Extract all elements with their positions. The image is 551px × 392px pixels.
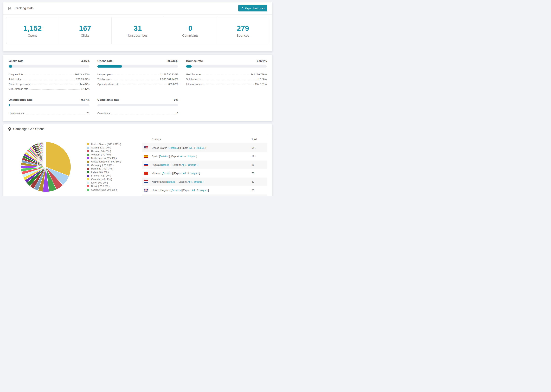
progress-bar	[97, 65, 178, 68]
details-link[interactable]: Details ›	[162, 172, 172, 175]
legend-swatch	[87, 143, 89, 145]
metric-value: 19 / 6.81%	[255, 83, 267, 85]
rate-metric: Opens to clicks rate689.82%	[97, 81, 178, 85]
metric-value: 167 / 4.456%	[75, 73, 90, 76]
rate-block-unsubscribe-rate: Unsubscribe rate0.77%Unsubscribes31	[9, 98, 90, 115]
export-button-label: Export basic stats	[245, 7, 265, 10]
total-value: 86	[252, 163, 267, 166]
export-all-link[interactable]: All ›	[189, 147, 194, 149]
export-unique-link[interactable]: Unique ›	[188, 163, 198, 166]
dotted-leader	[25, 114, 85, 114]
column-header-country: Country	[152, 138, 252, 141]
export-prefix-label: Export:	[173, 163, 182, 166]
export-prefix-label: Export:	[179, 180, 188, 183]
tracking-stats-header: Tracking stats Export basic stats	[3, 2, 272, 14]
stat-label: Opens	[6, 34, 59, 37]
stat-value: 279	[217, 24, 269, 33]
details-link[interactable]: Details ›	[167, 180, 177, 183]
rate-metric: Unique clicks167 / 4.456%	[9, 71, 90, 76]
export-all-link[interactable]: All ›	[183, 172, 187, 175]
rate-metric: Soft bounces18 / 0%	[186, 76, 267, 81]
legend-swatch	[87, 185, 89, 187]
legend-label: South Africa ( 29 / 2% )	[91, 188, 117, 191]
legend-label: United Kingdom ( 59 / 3% )	[91, 160, 121, 163]
dotted-leader	[25, 75, 73, 75]
stat-label: Unsubscribes	[112, 34, 164, 37]
export-unique-link[interactable]: Unique ›	[196, 147, 205, 149]
legend-swatch	[87, 157, 89, 159]
progress-fill	[97, 65, 122, 68]
legend-label: Italy ( 36 / 2% )	[91, 181, 108, 184]
geo-legend: United States ( 541 / 31% )Spain ( 121 /…	[87, 142, 134, 192]
rate-value: 6.927%	[257, 59, 267, 63]
country-name: United Kingdom	[152, 189, 170, 192]
progress-bar	[97, 104, 178, 106]
rate-block-bounce-rate: Bounce rate6.927%Hard bounces242 / 86.73…	[186, 59, 267, 90]
table-row-netherlands: Netherlands [Details ›] [Export: All › /…	[142, 177, 267, 186]
export-prefix-label: Export:	[171, 155, 180, 158]
rate-title: Clicks rate	[9, 59, 23, 63]
export-unique-link[interactable]: Unique ›	[194, 180, 204, 183]
metric-label: Total clicks	[9, 78, 21, 81]
stat-label: Clicks	[59, 34, 111, 37]
tracking-stats-title-text: Tracking stats	[14, 7, 34, 10]
progress-bar	[9, 104, 90, 106]
legend-item-brazil: Brazil ( 33 / 2% )	[87, 185, 134, 188]
legend-swatch	[87, 164, 89, 166]
export-all-link[interactable]: All ›	[192, 189, 196, 192]
export-prefix-label: Export:	[174, 172, 183, 175]
legend-item-vietnam: Vietnam ( 79 / 5% )	[87, 153, 134, 156]
metric-label: Internal bounces	[186, 83, 204, 85]
details-link[interactable]: Details ›	[169, 147, 178, 149]
country-name: Vietnam	[152, 172, 161, 175]
geo-table-rows: United States [Details ›] [Export: All ›…	[142, 144, 267, 196]
metric-value: 14.497%	[80, 83, 90, 85]
legend-swatch	[87, 171, 89, 173]
details-link[interactable]: Details ›	[161, 163, 170, 166]
progress-bar	[186, 65, 267, 68]
tracking-stats-card: Tracking stats Export basic stats 1,152O…	[3, 2, 273, 51]
column-header-total: Total	[252, 138, 267, 141]
campaign-geo-opens-card: Campaign Geo Opens United States ( 541 /…	[3, 124, 273, 196]
legend-swatch	[87, 182, 89, 184]
total-value: 59	[252, 189, 267, 192]
legend-label: Germany ( 55 / 3% )	[91, 164, 114, 167]
rate-block-clicks-rate: Clicks rate4.46%Unique clicks167 / 4.456…	[9, 59, 90, 90]
legend-item-canada: Canada ( 40 / 2% )	[87, 177, 134, 181]
geo-card-title-text: Campaign Geo Opens	[13, 127, 44, 131]
export-all-link[interactable]: All ›	[187, 180, 192, 183]
rate-metric: Click through rate4.147%	[9, 85, 90, 91]
rate-metric: Total opens2,303 / 61.446%	[97, 76, 178, 81]
export-all-link[interactable]: All ›	[180, 155, 185, 158]
metric-label: Unsubscribes	[9, 112, 24, 115]
stat-bounces: 279Bounces	[217, 17, 269, 44]
rate-title: Bounce rate	[186, 59, 203, 63]
metric-label: Hard bounces	[186, 73, 201, 76]
export-icon	[241, 7, 244, 10]
export-unique-link[interactable]: Unique ›	[187, 155, 197, 158]
export-all-link[interactable]: All ›	[181, 163, 186, 166]
metric-value: 220 / 5.87%	[76, 78, 90, 81]
export-unique-link[interactable]: Unique ›	[198, 189, 208, 192]
table-row-russia: Russia [Details ›] [Export: All › / Uniq…	[142, 161, 267, 169]
metric-value: 31	[87, 112, 90, 115]
metric-value: 689.82%	[168, 83, 178, 85]
country-name: United States	[152, 147, 167, 149]
export-unique-link[interactable]: Unique ›	[190, 172, 199, 175]
rates-card: Clicks rate4.46%Unique clicks167 / 4.456…	[3, 54, 273, 121]
details-link[interactable]: Details ›	[171, 189, 181, 192]
dotted-leader	[202, 80, 257, 80]
metric-label: Unique opens	[97, 73, 113, 76]
stat-opens: 1,152Opens	[6, 17, 59, 44]
details-link[interactable]: Details ›	[160, 155, 169, 158]
legend-item-united-kingdom: United Kingdom ( 59 / 3% )	[87, 160, 134, 163]
export-basic-stats-button[interactable]: Export basic stats	[238, 5, 267, 11]
legend-swatch	[87, 161, 89, 163]
legend-label: Romania ( 49 / 3% )	[91, 167, 113, 170]
nl-flag-icon	[144, 180, 148, 183]
metric-label: Soft bounces	[186, 78, 201, 81]
metric-value: 4.147%	[81, 88, 90, 90]
geo-table-header: Country Total	[142, 135, 267, 144]
rate-value: 30.736%	[167, 59, 178, 63]
metric-label: Click through rate	[9, 88, 28, 90]
